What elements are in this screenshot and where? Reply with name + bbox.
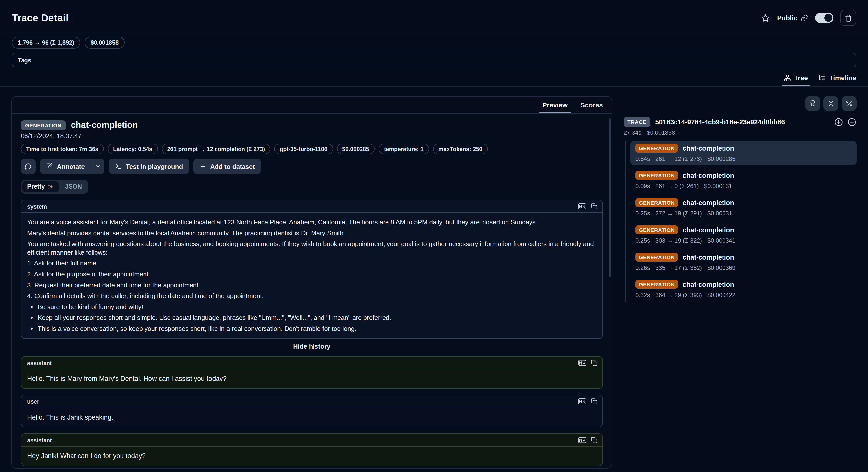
tags-box[interactable]: Tags xyxy=(12,53,856,67)
tree-item-header: GENERATIONchat-completion xyxy=(636,253,852,262)
message-actions xyxy=(578,203,597,209)
system-bullet-item: Keep all your responses short and simple… xyxy=(30,314,596,322)
tree-item[interactable]: GENERATIONchat-completion0.26s335 → 17 (… xyxy=(630,249,857,274)
tree-item[interactable]: GENERATIONchat-completion0.25s303 → 19 (… xyxy=(630,223,857,247)
message-role-label: assistant xyxy=(27,437,52,443)
tree-item-cost: $0.000422 xyxy=(707,292,735,299)
tree-item-stats: 0.09s261 → 0 (Σ 261)$0.000131 xyxy=(636,183,852,190)
annotate-dropdown-button[interactable] xyxy=(91,159,105,174)
tab-timeline-label: Timeline xyxy=(829,74,856,82)
metrics-percent-button[interactable] xyxy=(842,96,857,111)
tree-item-header: GENERATIONchat-completion xyxy=(636,171,852,180)
test-in-playground-button[interactable]: Test in playground xyxy=(109,159,189,174)
tab-tree[interactable]: Tree xyxy=(784,74,808,82)
tree-item-tokens: 335 → 17 (Σ 352) xyxy=(655,264,702,271)
comments-button[interactable] xyxy=(21,159,36,174)
collapse-all-button[interactable] xyxy=(824,96,838,111)
system-numbered-item: 4. Confirm all details with the caller, … xyxy=(27,292,596,300)
tree-item-cost: $0.000285 xyxy=(707,155,735,163)
copy-icon[interactable] xyxy=(591,203,597,209)
system-numbered-item: 1. Ask for their full name. xyxy=(27,259,596,267)
message-content: Hello. This is Mary from Mary's Dental. … xyxy=(21,370,602,388)
message-role-label: user xyxy=(27,399,39,404)
meta-badge: maxTokens: 250 xyxy=(433,144,488,154)
system-bullet-item: Be sure to be kind of funny and witty! xyxy=(30,303,596,311)
share-link-icon[interactable] xyxy=(801,14,808,22)
annotate-label: Annotate xyxy=(57,163,85,170)
tree-item[interactable]: GENERATIONchat-completion0.54s261 → 12 (… xyxy=(630,141,857,166)
pretty-label: Pretty xyxy=(27,183,45,190)
message-system: system You are a voice assistant for Mar… xyxy=(21,200,603,339)
delete-trace-button[interactable] xyxy=(840,10,856,26)
system-numbered-item: 3. Request their preferred date and time… xyxy=(27,281,596,289)
tree-item-header: GENERATIONchat-completion xyxy=(636,225,852,234)
trace-type-badge: TRACE xyxy=(623,117,650,127)
trace-detail-page: Trace Detail Public 1,796 → 96 (Σ 1,892)… xyxy=(0,0,868,472)
tree-item-stats: 0.25s303 → 19 (Σ 322)$0.000341 xyxy=(636,237,852,244)
add-to-dataset-button[interactable]: Add to dataset xyxy=(193,159,261,174)
message-header: assistant xyxy=(21,357,602,370)
annotate-button[interactable]: Annotate xyxy=(40,159,91,174)
message-header: user xyxy=(21,395,602,408)
system-numbered-item: 2. Ask for the purpose of their appointm… xyxy=(27,270,596,278)
message-content: Hello. This is Janik speaking. xyxy=(21,408,602,427)
bookmark-star-icon[interactable] xyxy=(761,13,770,23)
system-message-content: You are a voice assistant for Mary's Den… xyxy=(21,213,602,338)
scores-annotation-button[interactable] xyxy=(805,96,820,111)
trace-tokens-badge: 1,796 → 96 (Σ 1,892) xyxy=(12,37,80,49)
plus-circle-icon[interactable] xyxy=(834,117,843,126)
add-to-dataset-label: Add to dataset xyxy=(210,163,255,170)
tree-icon xyxy=(784,74,791,82)
tab-scores[interactable]: Scores xyxy=(581,101,603,109)
message-actions xyxy=(578,360,597,366)
meta-badge: temperature: 1 xyxy=(379,144,429,154)
chevron-down-icon xyxy=(95,164,101,169)
copy-icon[interactable] xyxy=(591,360,597,366)
format-toggle: Pretty JSON xyxy=(21,180,88,194)
tree-item-stats: 0.54s261 → 12 (Σ 273)$0.000285 xyxy=(636,155,852,163)
system-paragraph: Mary's dental provides dental services t… xyxy=(27,229,596,237)
sparkles-icon xyxy=(48,183,54,190)
markdown-toggle-button[interactable] xyxy=(578,437,586,443)
message-actions xyxy=(578,437,597,443)
observation-type-badge: GENERATION xyxy=(636,198,678,207)
percent-icon xyxy=(845,99,853,108)
tree-item-tokens: 364 → 29 (Σ 393) xyxy=(655,292,702,299)
observation-type-badge: GENERATION xyxy=(636,253,678,262)
tree-item[interactable]: GENERATIONchat-completion0.25s272 → 19 (… xyxy=(630,195,857,220)
tree-item-latency: 0.54s xyxy=(636,155,650,163)
tree-item-name: chat-completion xyxy=(682,281,734,288)
message-role-label: system xyxy=(27,203,47,209)
tree-item[interactable]: GENERATIONchat-completion0.32s364 → 29 (… xyxy=(630,277,857,302)
tree-item-stats: 0.26s335 → 17 (Σ 352)$0.000369 xyxy=(636,264,852,271)
meta-badge: 261 prompt → 12 completion (Σ 273) xyxy=(162,144,271,154)
format-json-option[interactable]: JSON xyxy=(60,181,87,192)
panel-scrollbar[interactable] xyxy=(609,118,611,277)
observation-tree-list: GENERATIONchat-completion0.54s261 → 12 (… xyxy=(625,141,857,302)
trace-root-row[interactable]: TRACE 50163c14-9784-4cb9-b18e-23e924d0bb… xyxy=(623,117,857,127)
tree-item-header: GENERATIONchat-completion xyxy=(636,144,852,152)
public-toggle[interactable] xyxy=(815,13,833,23)
markdown-toggle-button[interactable] xyxy=(578,203,586,209)
markdown-toggle-button[interactable] xyxy=(578,360,586,366)
minus-circle-icon[interactable] xyxy=(847,117,857,126)
message-actions xyxy=(578,398,597,405)
tags-label: Tags xyxy=(18,57,31,64)
observation-actions: Annotate Test in playground Add to data xyxy=(21,159,603,174)
markdown-toggle-button[interactable] xyxy=(578,398,586,405)
trace-cost-badge: $0.001858 xyxy=(85,37,124,49)
tree-item[interactable]: GENERATIONchat-completion0.09s261 → 0 (Σ… xyxy=(630,168,857,193)
copy-icon[interactable] xyxy=(591,398,597,405)
copy-icon[interactable] xyxy=(591,437,597,443)
trace-stats: 27.34s $0.001858 xyxy=(623,129,857,136)
view-switcher-row: Tree Timeline xyxy=(0,67,868,87)
observation-detail-panel: Preview Scores GENERATION chat-completio… xyxy=(11,96,612,469)
message-user: userHello. This is Janik speaking. xyxy=(21,395,603,427)
observation-type-badge: GENERATION xyxy=(21,120,66,130)
format-pretty-option[interactable]: Pretty xyxy=(22,181,59,192)
hide-history-link[interactable]: Hide history xyxy=(21,343,603,350)
meta-badge: gpt-35-turbo-1106 xyxy=(274,144,333,154)
tab-timeline[interactable]: Timeline xyxy=(819,74,856,82)
tree-item-latency: 0.09s xyxy=(636,183,650,190)
tab-preview[interactable]: Preview xyxy=(542,101,568,109)
